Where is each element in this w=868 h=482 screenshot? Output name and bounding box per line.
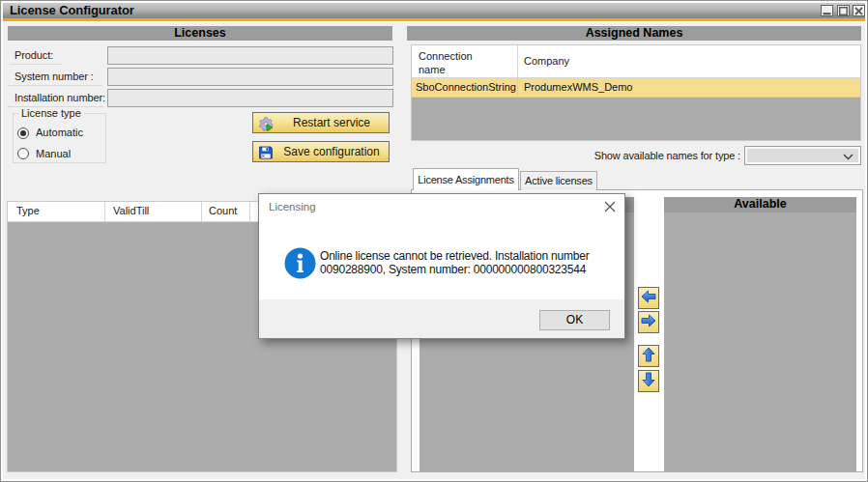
accent-stripe: [3, 18, 865, 21]
dialog-close-button[interactable]: [602, 200, 618, 215]
divider: [8, 85, 102, 86]
assigned-names-grid: Connection name Company SboConnectionStr…: [411, 44, 861, 141]
divider: [517, 78, 518, 98]
show-available-combobox[interactable]: [744, 146, 861, 165]
show-available-label: Show available names for type :: [547, 149, 740, 163]
dialog-message-line2: 0090288900, System number: 0000000008003…: [320, 263, 629, 276]
column-header-type[interactable]: Type: [16, 205, 40, 216]
save-configuration-label: Save configuration: [283, 145, 379, 158]
license-configurator-window: License Configurator Licenses Product: S…: [0, 0, 868, 482]
installation-number-label: Installation number:: [14, 89, 105, 107]
column-header-count[interactable]: Count: [209, 205, 237, 216]
dialog-message-line1: Online license cannot be retrieved. Inst…: [320, 249, 629, 263]
minimize-icon: [823, 7, 831, 15]
maximize-button[interactable]: [837, 5, 850, 16]
restart-service-button[interactable]: Restart service: [252, 112, 390, 133]
tab-active-licenses[interactable]: Active licenses: [520, 171, 597, 190]
divider: [201, 202, 202, 222]
connection-name-cell: SboConnectionString: [416, 81, 516, 93]
info-icon: [284, 247, 316, 282]
installation-number-input[interactable]: [107, 89, 393, 107]
minimize-button[interactable]: [821, 5, 833, 16]
dialog-title: Licensing: [269, 201, 316, 213]
divider: [517, 45, 518, 78]
move-left-button[interactable]: [638, 287, 659, 309]
move-right-button[interactable]: [638, 311, 659, 333]
licenses-section-header: Licenses: [8, 26, 392, 41]
product-label: Product:: [14, 46, 53, 65]
system-number-input[interactable]: [107, 68, 393, 86]
company-cell: ProdumexWMS_Demo: [524, 81, 632, 93]
maximize-icon: [839, 7, 848, 15]
radio-automatic-label: Automatic: [36, 127, 83, 139]
close-icon: [604, 201, 616, 215]
product-input[interactable]: [107, 46, 393, 65]
column-header-company[interactable]: Company: [524, 55, 569, 67]
radio-manual-label: Manual: [36, 148, 71, 160]
save-configuration-button[interactable]: Save configuration: [252, 141, 390, 162]
assigned-grid-header: Connection name Company: [412, 45, 860, 78]
arrow-left-icon: [641, 290, 656, 306]
move-down-button[interactable]: [638, 370, 659, 392]
dialog-message: Online license cannot be retrieved. Inst…: [320, 249, 629, 276]
arrow-down-icon: [642, 372, 655, 390]
close-button[interactable]: [853, 5, 865, 16]
assigned-names-row[interactable]: SboConnectionString ProdumexWMS_Demo: [412, 78, 860, 98]
column-header-validtill[interactable]: ValidTill: [113, 205, 149, 216]
move-up-button[interactable]: [638, 345, 659, 367]
arrow-right-icon: [641, 314, 656, 330]
close-icon: [854, 7, 863, 15]
radio-selected-dot: [20, 130, 26, 136]
divider: [104, 202, 105, 222]
restart-service-label: Restart service: [293, 116, 370, 129]
radio-automatic[interactable]: [17, 128, 29, 139]
save-floppy-icon: [258, 145, 274, 163]
divider: [10, 64, 62, 65]
ok-button[interactable]: OK: [539, 310, 610, 330]
divider: [249, 202, 250, 222]
gear-run-icon: [258, 116, 275, 135]
assigned-names-section-header: Assigned Names: [407, 26, 861, 41]
available-licenses-list[interactable]: Available: [664, 197, 856, 471]
window-title: License Configurator: [10, 3, 134, 18]
tab-license-assignments[interactable]: License Assignments: [413, 168, 519, 190]
arrow-up-icon: [642, 347, 655, 365]
licensing-dialog: Licensing Online license cannot be retri…: [258, 193, 625, 339]
license-type-group-label: License type: [18, 107, 84, 119]
column-header-connection-name[interactable]: Connection name: [419, 49, 480, 76]
radio-manual[interactable]: [17, 148, 29, 159]
system-number-label: System number :: [14, 68, 94, 86]
available-licenses-list-header: Available: [664, 197, 856, 213]
